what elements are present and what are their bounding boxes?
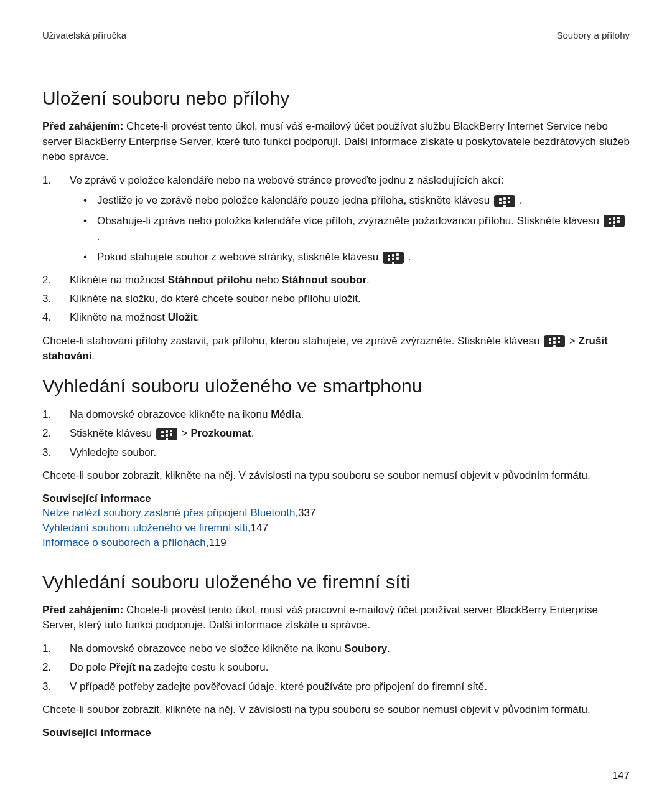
related-title-3: Související informace: [42, 725, 630, 740]
menu-key-icon: [494, 195, 515, 207]
step-3-1: 1. Na domovské obrazovce nebo ve složce …: [42, 641, 630, 657]
step-1-2: 2. Klikněte na možnost Stáhnout přílohu …: [42, 272, 630, 288]
link-network[interactable]: Vyhledání souboru uloženého ve firemní s…: [42, 522, 251, 534]
heading-find-network: Vyhledání souboru uloženého ve firemní s…: [42, 572, 630, 593]
related-link-1: Nelze nalézt soubory zaslané přes připoj…: [42, 506, 630, 521]
related-info-2: Související informace Nelze nalézt soubo…: [42, 491, 630, 550]
step-1-3: 3. Klikněte na složku, do které chcete s…: [42, 291, 630, 307]
step-2-1: 1. Na domovské obrazovce klikněte na iko…: [42, 407, 630, 423]
before-begin-1: Před zahájením: Chcete-li provést tento …: [42, 119, 630, 165]
bullet-2: Obsahuje-li zpráva nebo položka kalendář…: [83, 213, 630, 246]
stop-download: Chcete-li stahování přílohy zastavit, pa…: [42, 334, 630, 364]
bullet-1: Jestliže je ve zprávě nebo položce kalen…: [83, 192, 630, 209]
menu-key-icon: [544, 335, 565, 347]
menu-key-icon: [383, 252, 404, 264]
link-bluetooth[interactable]: Nelze nalézt soubory zaslané přes připoj…: [42, 507, 298, 519]
step-1-1: 1. Ve zprávě v položce kalendáře nebo na…: [42, 172, 630, 270]
step-1-1-text: Ve zprávě v položce kalendáře nebo na we…: [70, 174, 504, 186]
menu-key-icon: [156, 428, 177, 440]
heading-save-file: Uložení souboru nebo přílohy: [42, 88, 630, 109]
header-right: Soubory a přílohy: [556, 30, 630, 40]
before-begin-3: Před zahájením: Chcete-li provést tento …: [42, 603, 630, 633]
step-3-3: 3. V případě potřeby zadejte pověřovací …: [42, 679, 630, 695]
related-link-2: Vyhledání souboru uloženého ve firemní s…: [42, 521, 630, 536]
before-text-1: Chcete-li provést tento úkol, musí váš e…: [42, 120, 630, 163]
page: Uživatelská příručka Soubory a přílohy U…: [0, 0, 672, 807]
related-link-3: Informace o souborech a přílohách,119: [42, 536, 630, 550]
step-3-2: 2. Do pole Přejít na zadejte cestu k sou…: [42, 659, 630, 676]
note-2: Chcete-li soubor zobrazit, klikněte na n…: [42, 468, 630, 484]
header-left: Uživatelská příručka: [42, 30, 126, 40]
bullet-3: Pokud stahujete soubor z webové stránky,…: [83, 249, 630, 265]
before-label-3: Před zahájením:: [42, 604, 123, 616]
steps-1: 1. Ve zprávě v položce kalendáře nebo na…: [42, 172, 630, 326]
related-info-3: Související informace: [42, 725, 630, 740]
step-2-3: 3. Vyhledejte soubor.: [42, 445, 630, 461]
page-header: Uživatelská příručka Soubory a přílohy: [42, 30, 630, 40]
step-2-2: 2. Stiskněte klávesu > Prozkoumat.: [42, 425, 630, 441]
steps-3: 1. Na domovské obrazovce nebo ve složce …: [42, 641, 630, 695]
heading-find-phone: Vyhledání souboru uloženého ve smartphon…: [42, 375, 630, 397]
related-title-2: Související informace: [42, 491, 630, 506]
step-1-4: 4. Klikněte na možnost Uložit.: [42, 309, 630, 326]
before-text-3: Chcete-li provést tento úkol, musí váš p…: [42, 604, 598, 631]
menu-key-icon: [604, 215, 625, 227]
before-label-1: Před zahájením:: [42, 120, 123, 132]
note-3: Chcete-li soubor zobrazit, klikněte na n…: [42, 702, 630, 718]
page-number: 147: [612, 770, 630, 782]
bullets-1: Jestliže je ve zprávě nebo položce kalen…: [70, 192, 630, 265]
steps-2: 1. Na domovské obrazovce klikněte na iko…: [42, 407, 630, 461]
link-about-files[interactable]: Informace o souborech a přílohách,: [42, 537, 208, 549]
